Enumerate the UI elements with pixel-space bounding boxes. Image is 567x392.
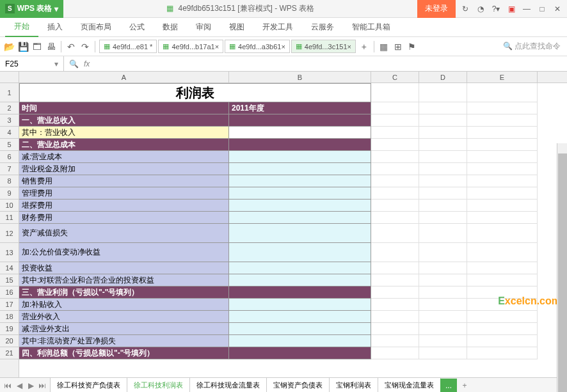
column-header[interactable]: B: [229, 72, 371, 82]
column-header[interactable]: C: [371, 72, 419, 82]
cell[interactable]: 其中:对联营企业和合营企业的投资权益: [19, 274, 229, 286]
cell[interactable]: [419, 311, 467, 323]
cell[interactable]: [371, 274, 419, 286]
cell[interactable]: [371, 163, 419, 175]
cell[interactable]: [371, 187, 419, 200]
cell[interactable]: [467, 262, 538, 274]
skin-icon[interactable]: ▣: [504, 2, 518, 16]
cell[interactable]: [467, 163, 538, 175]
cell[interactable]: [371, 335, 419, 347]
menu-item[interactable]: 数据: [154, 18, 187, 36]
menu-item[interactable]: 开始: [5, 17, 38, 37]
cell[interactable]: [371, 151, 419, 163]
cell[interactable]: [419, 262, 467, 274]
cell[interactable]: [467, 323, 538, 335]
file-tab[interactable]: ▦4e9fd...b17a1×: [158, 40, 223, 53]
sheet-first-icon[interactable]: ⏮: [3, 381, 13, 390]
cell[interactable]: [229, 224, 371, 243]
search-box[interactable]: 🔍 点此查找命令: [499, 41, 564, 52]
settings-icon[interactable]: ◔: [474, 2, 488, 16]
cell[interactable]: [371, 175, 419, 187]
cell[interactable]: [229, 274, 371, 286]
cell[interactable]: 资产减值损失: [19, 224, 229, 243]
row-header[interactable]: 21: [0, 347, 19, 359]
menu-item[interactable]: 云服务: [302, 18, 343, 36]
row-header[interactable]: 7: [0, 163, 19, 175]
sheet-tab[interactable]: 徐工科技现金流量表: [189, 377, 267, 393]
maximize-button[interactable]: □: [535, 2, 549, 16]
cell-reference-input[interactable]: F25 ▾: [0, 56, 64, 71]
sheet-tab[interactable]: 徐工科技资产负债表: [50, 377, 127, 393]
row-header[interactable]: 5: [0, 139, 19, 151]
cell[interactable]: 其中：营业收入: [19, 127, 229, 139]
row-header[interactable]: 20: [0, 335, 19, 347]
cell[interactable]: [419, 151, 467, 163]
cell[interactable]: [467, 175, 538, 187]
column-header[interactable]: A: [19, 72, 229, 82]
row-header[interactable]: 16: [0, 286, 19, 299]
row-header[interactable]: 15: [0, 274, 19, 286]
cell[interactable]: [371, 83, 419, 102]
cell[interactable]: [229, 163, 371, 175]
cell[interactable]: [467, 127, 538, 139]
cell[interactable]: [371, 299, 419, 311]
row-header[interactable]: 18: [0, 311, 19, 323]
cell[interactable]: [229, 335, 371, 347]
row-header[interactable]: 12: [0, 224, 19, 243]
cell[interactable]: 一、营业总收入: [19, 114, 229, 127]
cell[interactable]: 减:营业外支出: [19, 323, 229, 335]
sheet-tab[interactable]: 宝钢现金流量表: [378, 377, 441, 393]
cell[interactable]: [229, 311, 371, 323]
cell[interactable]: [419, 335, 467, 347]
cell[interactable]: [419, 114, 467, 127]
scrollbar-thumb[interactable]: [558, 153, 567, 392]
cell[interactable]: 堪探费用: [19, 200, 229, 212]
cell[interactable]: [419, 139, 467, 151]
row-header[interactable]: 17: [0, 299, 19, 311]
help-icon[interactable]: ?▾: [489, 2, 503, 16]
cell[interactable]: 管理费用: [19, 187, 229, 200]
cell[interactable]: [467, 187, 538, 200]
cell[interactable]: 加:公允价值变动净收益: [19, 243, 229, 262]
grid-icon[interactable]: ▦: [378, 40, 390, 53]
column-header[interactable]: E: [467, 72, 538, 82]
cell[interactable]: [229, 187, 371, 200]
flag-icon[interactable]: ⚑: [406, 40, 419, 53]
row-header[interactable]: 19: [0, 323, 19, 335]
cell[interactable]: [371, 212, 419, 224]
close-button[interactable]: ✕: [550, 2, 564, 16]
cell[interactable]: [467, 224, 538, 243]
cell[interactable]: [467, 102, 538, 114]
cell[interactable]: 利润表: [19, 83, 371, 102]
sheet-last-icon[interactable]: ⏭: [37, 381, 47, 390]
select-all-corner[interactable]: [0, 72, 19, 83]
login-button[interactable]: 未登录: [417, 0, 456, 18]
sheet-tab[interactable]: 宝钢利润表: [329, 377, 378, 393]
cell[interactable]: [419, 347, 467, 359]
cell[interactable]: [229, 175, 371, 187]
cell[interactable]: [419, 286, 467, 299]
cell[interactable]: [371, 323, 419, 335]
cell[interactable]: 财务费用: [19, 212, 229, 224]
cell[interactable]: [371, 114, 419, 127]
menu-item[interactable]: 审阅: [187, 18, 220, 36]
row-header[interactable]: 6: [0, 151, 19, 163]
cell[interactable]: [229, 347, 371, 359]
cell[interactable]: [229, 243, 371, 262]
cell[interactable]: [371, 139, 419, 151]
cell[interactable]: [229, 200, 371, 212]
cell[interactable]: [467, 274, 538, 286]
cell[interactable]: [467, 139, 538, 151]
cell[interactable]: [229, 114, 371, 127]
minimize-button[interactable]: —: [520, 2, 534, 16]
cell[interactable]: [371, 200, 419, 212]
open-icon[interactable]: 📂: [3, 40, 15, 53]
spreadsheet-grid[interactable]: 利润表时间2011年度一、营业总收入其中：营业收入二、营业总成本减:营业成本营业…: [19, 83, 567, 377]
cell[interactable]: [229, 262, 371, 274]
cell[interactable]: [371, 347, 419, 359]
cell[interactable]: [229, 286, 371, 299]
cell[interactable]: [419, 243, 467, 262]
cell[interactable]: 减:营业成本: [19, 151, 229, 163]
menu-item[interactable]: 视图: [220, 18, 253, 36]
sheet-tab[interactable]: 徐工科技利润表: [127, 377, 190, 393]
